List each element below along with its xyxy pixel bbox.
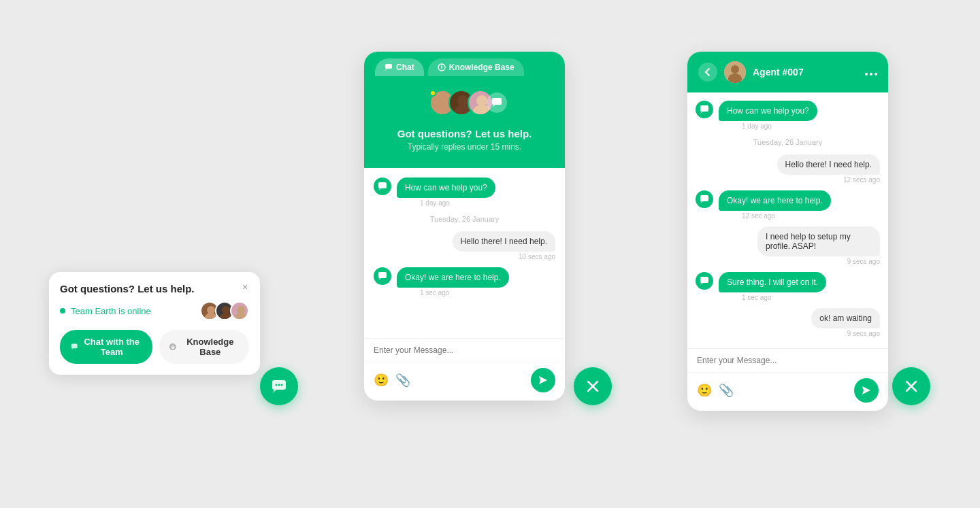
message-footer: 🙂 📎 <box>364 362 565 401</box>
attachment-button[interactable]: 📎 <box>395 373 410 388</box>
message-content: Okay! we are here to help. 1 sec ago <box>397 267 509 297</box>
bot-avatar <box>696 190 713 208</box>
message-content: I need help to setup my profile. ASAP! 9… <box>757 226 880 265</box>
bot-avatar <box>374 267 391 285</box>
avatar <box>230 301 249 320</box>
message-time: 1 day ago <box>420 199 495 207</box>
bot-icon <box>378 182 387 191</box>
send-button[interactable] <box>531 368 555 392</box>
emoji-button[interactable]: 🙂 <box>697 383 712 398</box>
date-divider: Tuesday, 26 January <box>696 138 880 146</box>
svg-rect-15 <box>385 64 392 69</box>
chat-widget-2: Chat Knowledge Base <box>364 52 565 401</box>
chat-icon <box>71 342 78 352</box>
agent-header: Agent #007 <box>687 52 888 92</box>
hero-title: Got questions? Let us help. <box>375 128 554 139</box>
hero-section: Got questions? Let us help. Typically re… <box>364 76 565 168</box>
svg-rect-26 <box>492 98 502 105</box>
chat-tab-icon <box>385 63 393 71</box>
svg-point-40 <box>875 73 877 75</box>
chat-bubble-icon <box>271 378 287 394</box>
svg-text:⊕: ⊕ <box>171 345 175 350</box>
message-input[interactable] <box>697 356 879 365</box>
message-input[interactable] <box>374 345 555 355</box>
svg-point-36 <box>731 65 739 73</box>
bot-avatar <box>696 272 713 290</box>
back-button[interactable] <box>698 63 717 82</box>
message-time: 12 sec ago <box>742 212 831 220</box>
agent-avatar-img <box>724 61 746 83</box>
chat-fab-button-3[interactable] <box>892 367 930 405</box>
knowledge-base-button[interactable]: ⊕ Knowledge Base <box>159 330 249 364</box>
message-input-area <box>687 348 888 372</box>
message-time: 1 sec ago <box>420 289 509 297</box>
svg-marker-27 <box>493 105 495 107</box>
book-icon: ⊕ <box>169 342 177 352</box>
message-bubble: Okay! we are here to help. <box>719 190 831 211</box>
action-buttons: Chat with the Team ⊕ Knowledge Base <box>60 330 249 364</box>
chat-bubble-hero-icon <box>487 92 507 113</box>
message-row: Hello there! I need help. 12 secs ago <box>696 154 880 184</box>
message-content: Hello there! I need help. 12 secs ago <box>777 154 880 184</box>
message-row: Okay! we are here to help. 12 sec ago <box>696 190 880 220</box>
bot-icon <box>700 276 709 286</box>
close-button[interactable]: × <box>238 280 252 294</box>
message-input-area <box>364 338 565 362</box>
message-content: ok! am waiting 9 secs ago <box>811 308 880 337</box>
chat-with-team-button[interactable]: Chat with the Team <box>60 330 152 364</box>
close-icon <box>904 379 919 394</box>
online-status: Team Earth is online <box>60 301 249 320</box>
message-row: How can we help you? 1 day ago <box>374 177 555 207</box>
svg-point-11 <box>276 384 278 386</box>
bot-icon <box>700 194 709 204</box>
back-icon <box>704 67 711 77</box>
svg-point-5 <box>235 313 247 320</box>
agent-name: Agent #007 <box>753 67 858 78</box>
svg-marker-7 <box>71 348 74 350</box>
svg-marker-42 <box>700 112 703 114</box>
message-time: 1 sec ago <box>742 294 826 301</box>
svg-point-19 <box>441 65 442 66</box>
online-indicator <box>429 90 436 97</box>
chat-fab-button-2[interactable] <box>574 367 612 405</box>
svg-marker-44 <box>700 201 703 203</box>
message-time: 9 secs ago <box>757 258 880 265</box>
svg-point-24 <box>476 95 487 106</box>
chat-widget-3: Agent #007 How can we help you? 1 day ag… <box>687 52 888 411</box>
attachment-button[interactable]: 📎 <box>719 383 734 398</box>
message-time: 1 day ago <box>742 122 817 130</box>
svg-marker-16 <box>385 69 387 71</box>
tab-knowledge-base[interactable]: Knowledge Base <box>428 58 524 76</box>
message-time: 10 secs ago <box>453 253 555 260</box>
svg-rect-43 <box>700 195 708 201</box>
more-options-button[interactable] <box>865 65 877 80</box>
message-bubble-user: I need help to setup my profile. ASAP! <box>757 226 880 256</box>
message-bubble: How can we help you? <box>397 177 495 198</box>
message-row: Okay! we are here to help. 1 sec ago <box>374 267 555 297</box>
footer-icons: 🙂 📎 <box>374 373 410 388</box>
message-time: 9 secs ago <box>811 330 880 337</box>
hero-avatars <box>375 90 554 120</box>
message-time: 12 secs ago <box>777 176 880 184</box>
svg-rect-45 <box>700 277 708 283</box>
svg-marker-31 <box>378 278 381 280</box>
bubble-icon <box>491 97 502 108</box>
message-content: Okay! we are here to help. 12 sec ago <box>719 190 831 220</box>
svg-marker-47 <box>862 386 870 394</box>
tab-chat[interactable]: Chat <box>375 58 424 76</box>
more-dots-icon <box>865 72 877 76</box>
message-bubble: Sure thing. I will get on it. <box>719 272 826 292</box>
agent-messages-body: How can we help you? 1 day ago Tuesday, … <box>687 92 888 348</box>
svg-marker-29 <box>378 188 381 190</box>
footer-icons: 🙂 📎 <box>697 383 734 398</box>
status-text: Team Earth is online <box>71 306 151 316</box>
chat-fab-button-1[interactable] <box>260 367 298 405</box>
status-dot <box>60 308 65 314</box>
send-button[interactable] <box>854 378 879 403</box>
svg-marker-32 <box>539 376 547 384</box>
chat-header: Chat Knowledge Base <box>364 52 565 168</box>
emoji-button[interactable]: 🙂 <box>374 373 389 388</box>
bot-avatar <box>696 101 713 118</box>
message-bubble-user: Hello there! I need help. <box>777 154 880 175</box>
message-row: Sure thing. I will get on it. 1 sec ago <box>696 272 880 301</box>
